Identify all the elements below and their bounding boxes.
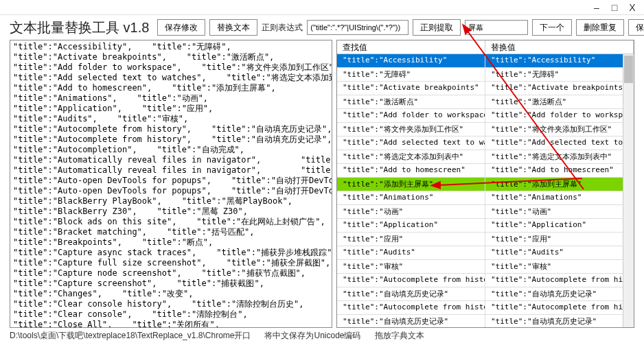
cell-replace[interactable]: "title":"Animations" (485, 191, 634, 204)
cell-replace[interactable]: "title":"Add folder to workspace" (485, 109, 634, 122)
cell-replace[interactable]: "title":"Autocomplete from history" (485, 274, 634, 287)
cell-replace[interactable]: "title":"Add selected text to watches" (485, 137, 634, 150)
scrollbar-thumb[interactable] (624, 56, 633, 83)
cell-find[interactable]: "title":"Application" (337, 219, 485, 232)
status-path: D:\tools\桌面\下载吧\textreplace18\TextReplac… (10, 330, 251, 342)
table-row[interactable]: "title":"无障碍""title":"无障碍" (337, 68, 634, 82)
save-changes-button[interactable]: 保存修改 (157, 19, 205, 36)
search-input[interactable] (465, 20, 528, 35)
cell-replace[interactable]: "title":"审核" (485, 260, 634, 273)
cell-find[interactable]: "title":"Add selected text to watches" (337, 137, 485, 150)
cell-find[interactable]: "title":"Add to homescreen" (337, 164, 485, 177)
cell-find[interactable]: "title":"将文件夹添加到工作区" (337, 123, 485, 136)
cell-replace[interactable]: "title":"自动填充历史记录" (485, 315, 634, 327)
table-row[interactable]: "title":"Audits""title":"Audits" (337, 246, 634, 260)
table-row[interactable]: "title":"将选定文本添加到表中""title":"将选定文本添加到表中" (337, 150, 634, 164)
table-row[interactable]: "title":"Add folder to workspace""title"… (337, 109, 634, 123)
cell-replace[interactable]: "title":"添加到主屏幕" (485, 178, 634, 191)
table-row[interactable]: "title":"Add to homescreen""title":"Add … (337, 164, 634, 178)
toolbar: 文本批量替换工具 v1.8 保存修改 替换文本 正则表达式 正则提取 下一个 删… (0, 15, 644, 40)
col-replace-header[interactable]: 替换值 (485, 40, 634, 54)
table-row[interactable]: "title":"Add selected text to watches""t… (337, 137, 634, 150)
table-row[interactable]: "title":"自动填充历史记录""title":"自动填充历史记录" (337, 315, 634, 327)
save-dictionary-button[interactable]: 保存字典 (628, 19, 644, 36)
cell-replace[interactable]: "title":"Application" (485, 219, 634, 232)
table-row[interactable]: "title":"Activate breakpoints""title":"A… (337, 82, 634, 95)
maximize-button[interactable]: □ (606, 1, 623, 14)
status-encoding: 将中文保存为Unicode编码 (264, 330, 360, 342)
remove-duplicates-button[interactable]: 删除重复 (576, 19, 624, 36)
grid-header: 查找值 替换值 (337, 40, 634, 54)
cell-find[interactable]: "title":"添加到主屏幕" (337, 178, 485, 191)
cell-find[interactable]: "title":"Add folder to workspace" (337, 109, 485, 122)
cell-replace[interactable]: "title":"激活断点" (485, 95, 634, 108)
cell-find[interactable]: "title":"Audits" (337, 246, 485, 259)
cell-find[interactable]: "title":"自动填充历史记录" (337, 315, 485, 327)
regex-extract-button[interactable]: 正则提取 (413, 19, 461, 36)
results-grid: 查找值 替换值 "title":"Accessibility""title":"… (336, 40, 634, 328)
table-row[interactable]: "title":"Autocomplete from history""titl… (337, 274, 634, 287)
cell-find[interactable]: "title":"激活断点" (337, 95, 485, 108)
content-area: "title":"Accessibility", "title":"无障碍", … (0, 40, 644, 328)
cell-replace[interactable]: "title":"Add to homescreen" (485, 164, 634, 177)
table-row[interactable]: "title":"Animations""title":"Animations" (337, 191, 634, 205)
table-row[interactable]: "title":"Application""title":"Applicatio… (337, 219, 634, 233)
cell-find[interactable]: "title":"动画" (337, 205, 485, 218)
cell-find[interactable]: "title":"无障碍" (337, 68, 485, 81)
window-titlebar: – □ X (0, 0, 644, 15)
cell-find[interactable]: "title":"将选定文本添加到表中" (337, 150, 485, 163)
cell-find[interactable]: "title":"Animations" (337, 191, 485, 204)
regex-label: 正则表达式 (262, 22, 303, 34)
close-button[interactable]: X (623, 1, 641, 14)
regex-input[interactable] (307, 20, 409, 35)
cell-find[interactable]: "title":"Autocomplete from history" (337, 274, 485, 287)
cell-replace[interactable]: "title":"无障碍" (485, 68, 634, 81)
cell-replace[interactable]: "title":"将文件夹添加到工作区" (485, 123, 634, 136)
next-button[interactable]: 下一个 (532, 19, 572, 36)
cell-replace[interactable]: "title":"应用" (485, 233, 634, 246)
cell-find[interactable]: "title":"Autocomplete from history" (337, 301, 485, 314)
cell-find[interactable]: "title":"审核" (337, 260, 485, 273)
cell-replace[interactable]: "title":"Autocomplete from history" (485, 301, 634, 314)
table-row[interactable]: "title":"激活断点""title":"激活断点" (337, 95, 634, 109)
table-row[interactable]: "title":"应用""title":"应用" (337, 233, 634, 246)
table-row[interactable]: "title":"自动填充历史记录""title":"自动填充历史记录" (337, 287, 634, 301)
replace-text-button[interactable]: 替换文本 (209, 19, 257, 36)
cell-find[interactable]: "title":"应用" (337, 233, 485, 246)
table-row[interactable]: "title":"Autocomplete from history""titl… (337, 301, 634, 315)
table-row[interactable]: "title":"将文件夹添加到工作区""title":"将文件夹添加到工作区" (337, 123, 634, 137)
vertical-scrollbar[interactable] (623, 54, 634, 327)
grid-body[interactable]: "title":"Accessibility""title":"Accessib… (337, 54, 634, 327)
col-find-header[interactable]: 查找值 (337, 40, 485, 54)
cell-replace[interactable]: "title":"动画" (485, 205, 634, 218)
cell-find[interactable]: "title":"Accessibility" (337, 54, 485, 67)
cell-replace[interactable]: "title":"Accessibility" (485, 54, 634, 67)
status-drag-hint: 拖放字典文本 (375, 330, 424, 342)
table-row[interactable]: "title":"动画""title":"动画" (337, 205, 634, 219)
table-row[interactable]: "title":"审核""title":"审核" (337, 260, 634, 274)
source-text-pane[interactable]: "title":"Accessibility", "title":"无障碍", … (10, 40, 332, 328)
app-title: 文本批量替换工具 v1.8 (10, 19, 149, 37)
table-row[interactable]: "title":"添加到主屏幕""title":"添加到主屏幕" (337, 178, 634, 191)
cell-find[interactable]: "title":"自动填充历史记录" (337, 287, 485, 300)
cell-replace[interactable]: "title":"自动填充历史记录" (485, 287, 634, 300)
cell-replace[interactable]: "title":"将选定文本添加到表中" (485, 150, 634, 163)
cell-replace[interactable]: "title":"Activate breakpoints" (485, 82, 634, 95)
minimize-button[interactable]: – (588, 1, 606, 14)
table-row[interactable]: "title":"Accessibility""title":"Accessib… (337, 54, 634, 68)
status-bar: D:\tools\桌面\下载吧\textreplace18\TextReplac… (0, 328, 644, 343)
cell-find[interactable]: "title":"Activate breakpoints" (337, 82, 485, 95)
cell-replace[interactable]: "title":"Audits" (485, 246, 634, 259)
